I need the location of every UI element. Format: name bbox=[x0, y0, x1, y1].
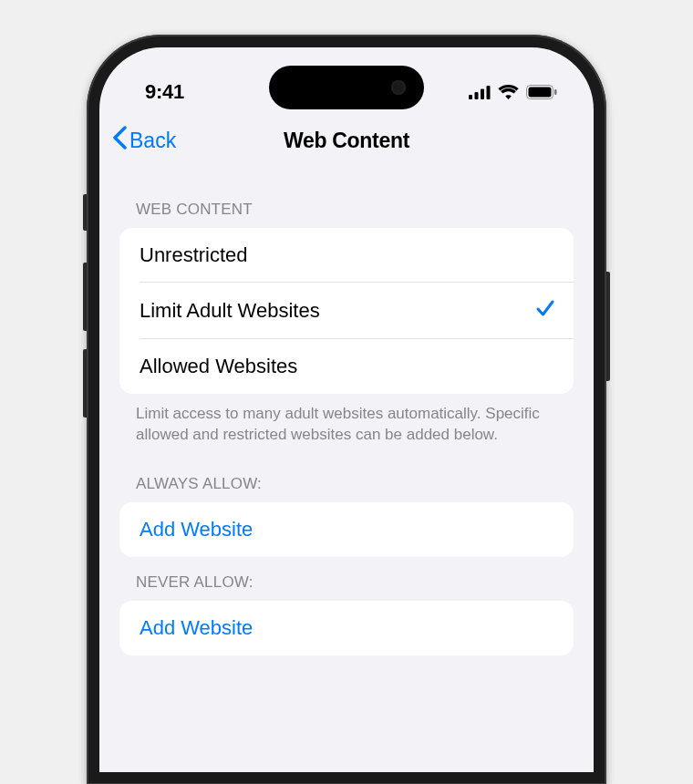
section-footer-web-content: Limit access to many adult websites auto… bbox=[119, 394, 574, 459]
chevron-left-icon bbox=[112, 126, 128, 155]
option-label: Limit Adult Websites bbox=[140, 299, 320, 323]
image-container: 9:41 bbox=[0, 0, 693, 784]
svg-rect-0 bbox=[469, 95, 472, 99]
phone-side-buttons-right bbox=[606, 272, 610, 381]
svg-rect-6 bbox=[554, 89, 557, 95]
section-header-never-allow: NEVER ALLOW: bbox=[119, 557, 574, 601]
add-website-always-allow-button[interactable]: Add Website bbox=[119, 502, 574, 557]
navigation-bar: Back Web Content bbox=[99, 111, 594, 173]
svg-rect-2 bbox=[481, 88, 484, 99]
option-label: Allowed Websites bbox=[140, 355, 297, 378]
status-time: 9:41 bbox=[145, 80, 184, 104]
battery-icon bbox=[526, 85, 557, 99]
svg-rect-5 bbox=[529, 88, 552, 98]
phone-frame: 9:41 bbox=[87, 35, 606, 784]
button-label: Add Website bbox=[140, 616, 253, 640]
cellular-signal-icon bbox=[469, 86, 491, 99]
button-label: Add Website bbox=[140, 518, 253, 542]
front-camera bbox=[391, 80, 406, 95]
option-label: Unrestricted bbox=[140, 243, 248, 267]
phone-screen: 9:41 bbox=[99, 47, 594, 772]
dynamic-island bbox=[269, 66, 424, 109]
svg-rect-3 bbox=[487, 86, 491, 99]
option-limit-adult-websites[interactable]: Limit Adult Websites bbox=[119, 283, 574, 339]
wifi-icon bbox=[498, 85, 519, 99]
web-content-options-group: Unrestricted Limit Adult Websites Allowe… bbox=[119, 228, 574, 394]
checkmark-icon bbox=[535, 298, 555, 324]
content-area: WEB CONTENT Unrestricted Limit Adult Web… bbox=[99, 173, 594, 655]
always-allow-group: Add Website bbox=[119, 502, 574, 557]
back-button-label: Back bbox=[129, 129, 176, 153]
add-website-never-allow-button[interactable]: Add Website bbox=[119, 601, 574, 655]
section-header-always-allow: ALWAYS ALLOW: bbox=[119, 459, 574, 502]
section-header-web-content: WEB CONTENT bbox=[119, 184, 574, 228]
phone-side-buttons-left bbox=[83, 194, 87, 436]
status-icons bbox=[469, 85, 557, 99]
option-unrestricted[interactable]: Unrestricted bbox=[119, 228, 574, 283]
svg-rect-1 bbox=[475, 92, 479, 99]
option-allowed-websites[interactable]: Allowed Websites bbox=[119, 339, 574, 394]
back-button[interactable]: Back bbox=[112, 126, 176, 155]
never-allow-group: Add Website bbox=[119, 601, 574, 655]
